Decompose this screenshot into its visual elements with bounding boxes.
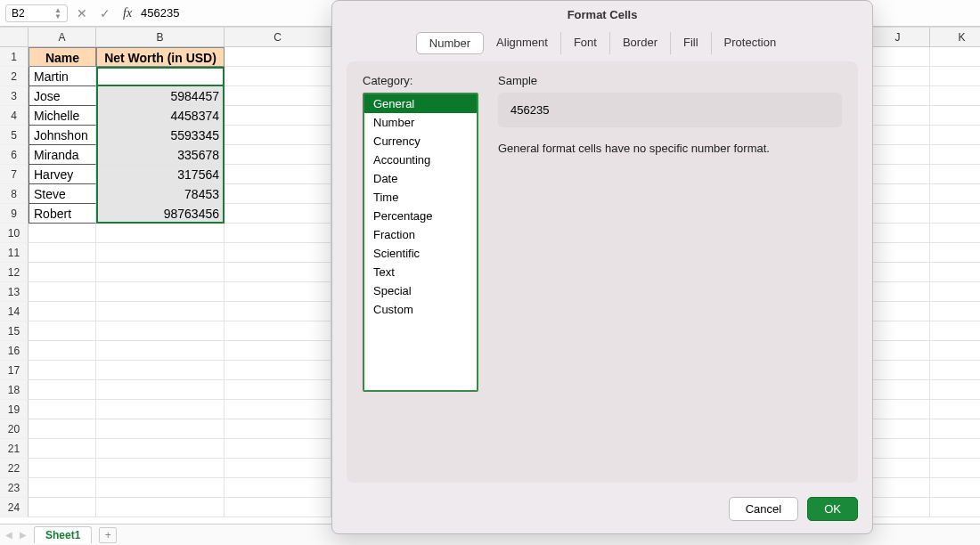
row-header[interactable]: 22 bbox=[0, 459, 29, 478]
row-header[interactable]: 16 bbox=[0, 341, 29, 361]
cell[interactable] bbox=[225, 400, 331, 419]
category-item[interactable]: Currency bbox=[364, 132, 477, 150]
cell[interactable] bbox=[225, 478, 331, 498]
cell[interactable]: Name bbox=[29, 47, 96, 67]
cell[interactable]: Martin bbox=[29, 67, 96, 86]
cell[interactable]: 4458374 bbox=[96, 106, 225, 126]
cell[interactable] bbox=[866, 498, 930, 517]
row-header[interactable]: 2 bbox=[0, 67, 29, 86]
cell[interactable] bbox=[225, 498, 331, 517]
row-header[interactable]: 20 bbox=[0, 419, 29, 439]
cell[interactable] bbox=[225, 86, 331, 106]
cell[interactable] bbox=[225, 204, 331, 224]
cell[interactable] bbox=[866, 302, 930, 321]
cell[interactable] bbox=[29, 361, 96, 380]
ok-button[interactable]: OK bbox=[807, 497, 858, 521]
cell[interactable] bbox=[930, 263, 980, 282]
row-header[interactable]: 23 bbox=[0, 478, 29, 498]
cell[interactable]: Steve bbox=[29, 184, 96, 204]
cell[interactable] bbox=[930, 86, 980, 106]
cell[interactable] bbox=[930, 106, 980, 126]
cancel-formula-icon[interactable]: ✕ bbox=[73, 6, 91, 20]
cell[interactable] bbox=[930, 145, 980, 165]
cell[interactable] bbox=[96, 459, 225, 478]
row-header[interactable]: 11 bbox=[0, 243, 29, 263]
row-header[interactable]: 19 bbox=[0, 400, 29, 419]
column-header[interactable]: C bbox=[225, 28, 331, 47]
cell[interactable] bbox=[866, 224, 930, 243]
cell[interactable] bbox=[866, 47, 930, 67]
accept-formula-icon[interactable]: ✓ bbox=[96, 6, 114, 20]
cell[interactable] bbox=[29, 321, 96, 341]
cell[interactable] bbox=[96, 439, 225, 459]
fx-icon[interactable]: fx bbox=[119, 6, 135, 20]
sheet-tab[interactable]: Sheet1 bbox=[34, 526, 92, 543]
cell[interactable]: 5593345 bbox=[96, 126, 225, 145]
cell[interactable] bbox=[29, 478, 96, 498]
cell[interactable] bbox=[930, 400, 980, 419]
cell[interactable] bbox=[930, 204, 980, 224]
cell[interactable] bbox=[866, 439, 930, 459]
category-item[interactable]: Date bbox=[364, 169, 477, 188]
cell[interactable] bbox=[29, 302, 96, 321]
cell[interactable] bbox=[866, 282, 930, 302]
category-item[interactable]: Special bbox=[364, 281, 477, 300]
column-header[interactable]: J bbox=[866, 28, 930, 47]
cell[interactable] bbox=[225, 361, 331, 380]
cell[interactable] bbox=[866, 67, 930, 86]
cell[interactable] bbox=[930, 321, 980, 341]
cell[interactable] bbox=[225, 419, 331, 439]
row-header[interactable]: 18 bbox=[0, 380, 29, 400]
cell[interactable] bbox=[96, 243, 225, 263]
cell[interactable] bbox=[96, 341, 225, 361]
cell[interactable] bbox=[29, 263, 96, 282]
cell[interactable] bbox=[29, 380, 96, 400]
sheet-nav-next-icon[interactable]: ▶ bbox=[20, 530, 27, 540]
row-header[interactable]: 14 bbox=[0, 302, 29, 321]
category-item[interactable]: General bbox=[364, 94, 477, 113]
column-header[interactable]: K bbox=[930, 28, 980, 47]
cell[interactable] bbox=[930, 47, 980, 67]
cell[interactable]: Net Worth (in USD) bbox=[96, 47, 225, 67]
cell[interactable] bbox=[96, 361, 225, 380]
cell[interactable] bbox=[930, 459, 980, 478]
cell[interactable] bbox=[930, 67, 980, 86]
cell[interactable] bbox=[225, 145, 331, 165]
cell[interactable] bbox=[225, 106, 331, 126]
cell[interactable] bbox=[96, 498, 225, 517]
category-item[interactable]: Custom bbox=[364, 300, 477, 319]
cell[interactable] bbox=[866, 478, 930, 498]
cell[interactable] bbox=[29, 459, 96, 478]
cell[interactable] bbox=[866, 263, 930, 282]
cell[interactable] bbox=[866, 380, 930, 400]
cell[interactable] bbox=[866, 86, 930, 106]
cell[interactable] bbox=[29, 282, 96, 302]
cell[interactable] bbox=[930, 165, 980, 184]
column-header[interactable]: B bbox=[96, 28, 225, 47]
cell[interactable] bbox=[29, 400, 96, 419]
cell[interactable] bbox=[225, 67, 331, 86]
category-item[interactable]: Accounting bbox=[364, 150, 477, 169]
cell[interactable] bbox=[866, 126, 930, 145]
cell[interactable] bbox=[29, 224, 96, 243]
cell[interactable] bbox=[930, 380, 980, 400]
cell[interactable]: 335678 bbox=[96, 145, 225, 165]
sheet-nav-prev-icon[interactable]: ◀ bbox=[5, 530, 12, 540]
cell[interactable] bbox=[29, 341, 96, 361]
column-header[interactable]: A bbox=[29, 28, 96, 47]
cell[interactable] bbox=[866, 165, 930, 184]
cell[interactable] bbox=[29, 498, 96, 517]
cell[interactable] bbox=[866, 419, 930, 439]
row-header[interactable]: 5 bbox=[0, 126, 29, 145]
cell[interactable] bbox=[930, 361, 980, 380]
row-header[interactable]: 1 bbox=[0, 47, 29, 67]
row-header[interactable]: 15 bbox=[0, 321, 29, 341]
cell[interactable]: 98763456 bbox=[96, 204, 225, 224]
cell[interactable] bbox=[96, 321, 225, 341]
cell[interactable] bbox=[866, 400, 930, 419]
cell[interactable] bbox=[866, 184, 930, 204]
cell[interactable]: Miranda bbox=[29, 145, 96, 165]
row-header[interactable]: 9 bbox=[0, 204, 29, 224]
cell[interactable] bbox=[930, 184, 980, 204]
cell[interactable]: Jose bbox=[29, 86, 96, 106]
